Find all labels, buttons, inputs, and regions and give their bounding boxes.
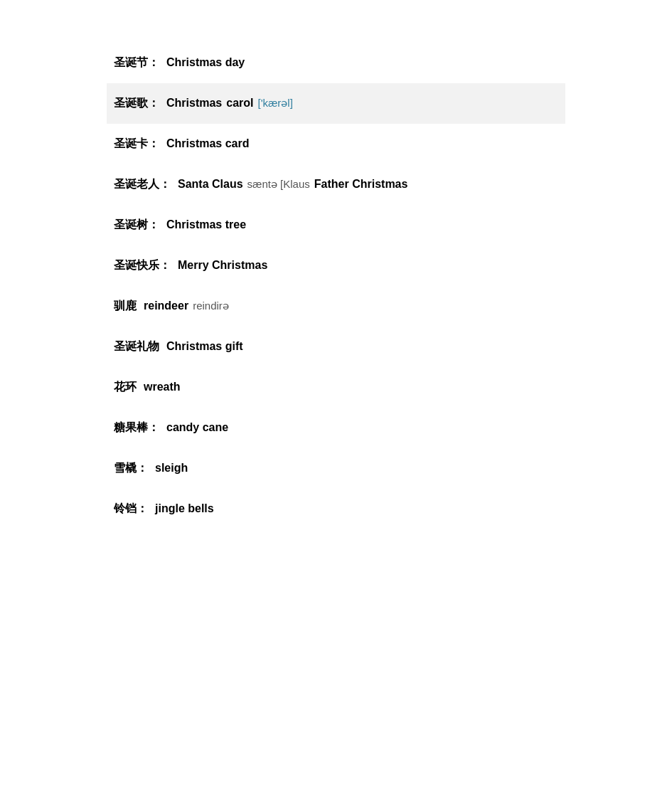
vocab-item-shengdanka: 圣诞卡： Christmas card [107, 124, 565, 164]
vocab-item-shengdanliwu: 圣诞礼物 Christmas gift [107, 327, 565, 367]
extra-shengdanlaoren: Father Christmas [314, 178, 408, 191]
vocab-item-xunlu: 驯鹿 reindeer reindirə [107, 286, 565, 327]
english-xueqiao: sleigh [155, 462, 188, 475]
phonetic-plain-shengdanlaoren: sæntə [Klaus [247, 178, 310, 191]
chinese-xueqiao: 雪橇： [114, 461, 148, 476]
chinese-shengdankuaile: 圣诞快乐： [114, 258, 171, 273]
vocab-item-shengdanlaoren: 圣诞老人： Santa Claus sæntə [Klaus Father Ch… [107, 164, 565, 205]
english-shengdanka: Christmas card [166, 137, 250, 150]
english-shengdanlaoren: Santa Claus [178, 178, 243, 191]
chinese-shengdanshu: 圣诞树： [114, 218, 159, 233]
vocab-item-shengdanjie: 圣诞节： Christmas day [107, 43, 565, 83]
chinese-shengdanlaoren: 圣诞老人： [114, 177, 171, 192]
vocab-list: 圣诞节： Christmas day 圣诞歌： Christmas carol … [0, 0, 672, 572]
english-shengdankuaile: Merry Christmas [178, 259, 267, 272]
phonetic-shengdange: ['kærəl] [258, 97, 293, 110]
english2-shengdange: carol [226, 97, 253, 110]
chinese-xunlu: 驯鹿 [114, 299, 137, 314]
chinese-lingdang: 铃铛： [114, 502, 148, 517]
english-shengdanjie: Christmas day [166, 56, 245, 69]
english-lingdang: jingle bells [155, 502, 214, 515]
english-huahuan: wreath [144, 381, 181, 393]
chinese-tangguobang: 糖果棒： [114, 420, 159, 435]
vocab-item-shengdankuaile: 圣诞快乐： Merry Christmas [107, 245, 565, 286]
vocab-item-huahuan: 花环 wreath [107, 367, 565, 408]
chinese-shengdanka: 圣诞卡： [114, 137, 159, 152]
chinese-huahuan: 花环 [114, 380, 137, 395]
vocab-item-shengdanshu: 圣诞树： Christmas tree [107, 205, 565, 245]
phonetic-plain-xunlu: reindirə [193, 300, 229, 312]
english-xunlu: reindeer [144, 300, 188, 312]
chinese-shengdange: 圣诞歌： [114, 96, 159, 111]
english-shengdanliwu: Christmas gift [166, 340, 243, 353]
english-shengdanshu: Christmas tree [166, 218, 246, 231]
vocab-item-shengdange: 圣诞歌： Christmas carol ['kærəl] [107, 83, 565, 124]
chinese-shengdanliwu: 圣诞礼物 [114, 339, 159, 354]
vocab-item-lingdang: 铃铛： jingle bells [107, 489, 565, 529]
vocab-item-tangguobang: 糖果棒： candy cane [107, 408, 565, 448]
english-tangguobang: candy cane [166, 421, 228, 434]
vocab-item-xueqiao: 雪橇： sleigh [107, 448, 565, 489]
chinese-shengdanjie: 圣诞节： [114, 55, 159, 70]
english-shengdange: Christmas [166, 97, 222, 110]
